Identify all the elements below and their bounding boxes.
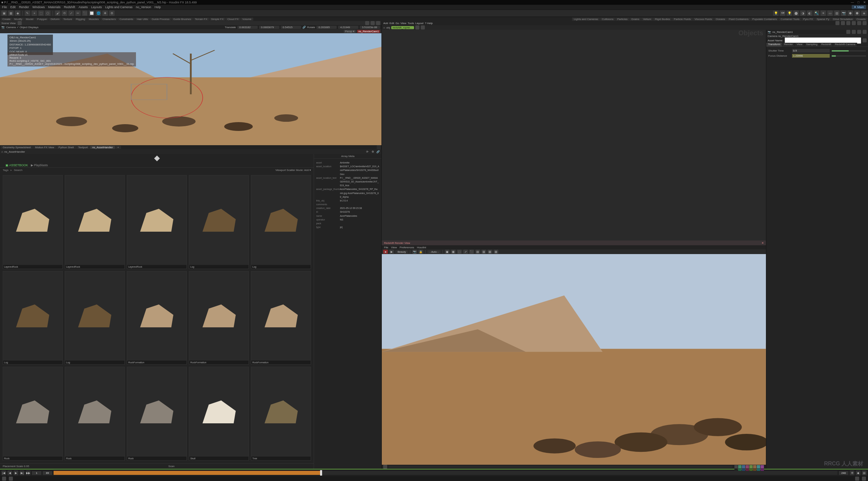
render-tool-icon[interactable]: ▨ xyxy=(494,250,498,254)
render-view-tab[interactable]: Redshift Render View ✕ xyxy=(382,240,766,245)
path-home-icon[interactable]: ⌂ xyxy=(1,150,3,153)
render-history-icon[interactable] xyxy=(383,465,387,469)
render-menu-view[interactable]: View xyxy=(391,246,397,249)
shelf-tab[interactable]: Characters xyxy=(101,18,117,21)
pin-icon[interactable] xyxy=(846,30,850,34)
shelf-tool[interactable]: ✎ xyxy=(25,11,30,16)
shelf-tool[interactable]: ▨ xyxy=(834,11,840,16)
asset-thumb-layeredrock[interactable]: LayeredRock xyxy=(3,175,63,269)
shelf-tab[interactable]: Rigging xyxy=(74,18,87,21)
shelf-tab[interactable]: Pyro FX xyxy=(802,18,815,21)
net-icon[interactable] xyxy=(421,25,425,30)
asset-thumb-log[interactable]: Log xyxy=(65,271,125,365)
auto-select[interactable]: - Auto - xyxy=(428,250,440,253)
shelf-tab[interactable]: Deform xyxy=(49,18,61,21)
param-slider[interactable] xyxy=(832,50,866,52)
asset-thumb-rockformation[interactable]: RockFormation xyxy=(127,271,187,365)
scene-viewport[interactable]: OBJ ns_RenderCam1 30mm (36x20.25) DISTAN… xyxy=(0,33,381,145)
shelf-tab[interactable]: Cloud FX xyxy=(226,18,240,21)
shelf-tool[interactable]: ⟲ xyxy=(62,11,67,16)
shelf-tab[interactable]: Particle Fluids xyxy=(672,18,692,21)
update-mode-icon[interactable] xyxy=(2,477,6,481)
shelf-tool[interactable]: 🌐 xyxy=(96,11,101,16)
shelf-tool[interactable]: ⬚ xyxy=(38,11,44,16)
shelf-tab[interactable]: Modify xyxy=(13,18,24,21)
shelf-tool[interactable]: ◐ xyxy=(807,11,812,16)
param-tab-view[interactable]: View xyxy=(795,43,804,46)
link-icon[interactable]: 🔗 xyxy=(302,26,306,29)
param-tab-rscam[interactable]: Redshift Camera xyxy=(833,43,857,46)
net-icon[interactable] xyxy=(846,21,850,25)
asset-thumb-rock[interactable]: Rock xyxy=(65,367,125,461)
shelf-tab[interactable]: Guide Process xyxy=(150,18,171,21)
param-tab-redshift[interactable]: Redshift xyxy=(820,43,833,46)
shelf-tab[interactable]: Create xyxy=(1,18,12,21)
path-text[interactable]: ns_AssetHandler xyxy=(4,150,25,153)
rotate-z[interactable]: 3.51823e-08 xyxy=(360,26,380,29)
gear-icon[interactable] xyxy=(857,30,861,34)
tab-textport[interactable]: Textport xyxy=(76,146,90,149)
shelf-tab[interactable]: Collisions xyxy=(600,18,615,21)
shelf-tool[interactable]: ⚙ xyxy=(109,11,115,16)
shelf-tab[interactable]: Particles xyxy=(615,18,629,21)
shelf-tool[interactable]: ⌖ xyxy=(32,11,37,16)
color-swatch[interactable] xyxy=(746,465,749,468)
asset-thumb-rockformation[interactable]: RockFormation xyxy=(189,271,249,365)
param-node-icon[interactable]: 📷 xyxy=(768,31,771,34)
net-icon[interactable] xyxy=(863,21,867,25)
translate-z[interactable]: 0.54515 xyxy=(281,26,301,29)
shelf-tab[interactable]: Simple FX xyxy=(210,18,225,21)
shelf-tool[interactable]: ❖ xyxy=(102,11,108,16)
net-icon[interactable] xyxy=(841,21,845,25)
shelf-tab[interactable]: Fluid Containers xyxy=(727,18,750,21)
shelf-tab[interactable]: Terrain FX xyxy=(193,18,209,21)
snapshot-icon[interactable]: 📷 xyxy=(412,250,417,254)
pane-max-icon[interactable] xyxy=(377,145,381,149)
color-swatch[interactable] xyxy=(753,465,756,468)
shelf-tab[interactable]: Polygon xyxy=(35,18,48,21)
shelf-tool[interactable]: 📷 xyxy=(841,11,846,16)
shelf-tool[interactable]: ⬤ xyxy=(793,11,799,16)
frame-end[interactable]: 240 xyxy=(839,471,848,475)
color-chip-icon[interactable] xyxy=(863,38,867,42)
render-tool-icon[interactable]: ▣ xyxy=(445,250,450,254)
asset-thumb-log[interactable]: Log xyxy=(3,271,63,365)
param-input-shutter[interactable] xyxy=(792,49,830,53)
menu-assets[interactable]: Assets xyxy=(79,5,88,9)
tab-add[interactable]: + xyxy=(115,146,121,149)
asset-thumb-layeredrock[interactable]: LayeredRock xyxy=(127,175,187,269)
timeline-play-button[interactable]: ▶ xyxy=(14,470,18,475)
net-menu-go[interactable]: Go xyxy=(395,22,399,25)
timeline-last-button[interactable]: ▶▶ xyxy=(26,470,31,475)
shelf-tab[interactable]: Grains xyxy=(630,18,641,21)
shelf-tab[interactable]: Rigid Bodies xyxy=(653,18,672,21)
shelf-tool[interactable]: 🗺 xyxy=(780,11,785,16)
render-tool-icon[interactable]: ▦ xyxy=(451,250,456,254)
asset-thumb-log[interactable]: Log xyxy=(251,175,311,269)
home-icon[interactable]: ⌂ xyxy=(383,26,385,29)
shelf-tool[interactable]: ◑ xyxy=(800,11,806,16)
shelf-tool[interactable]: ◆ xyxy=(15,11,20,16)
camera-icon[interactable]: 📷 xyxy=(1,26,5,29)
shelf-tool[interactable]: ☀ xyxy=(821,11,826,16)
aov-select[interactable]: Beauty xyxy=(395,250,408,253)
menu-noversion[interactable]: no_Version xyxy=(136,5,151,9)
color-swatch[interactable] xyxy=(734,465,738,468)
net-icon[interactable] xyxy=(415,25,419,30)
shelf-tab[interactable]: Viscous Fluids xyxy=(693,18,714,21)
link-icon[interactable]: 🔗 xyxy=(376,150,380,154)
rotate-x[interactable]: 0.283085 xyxy=(316,26,337,29)
shelf-tool[interactable]: 💡 xyxy=(787,11,792,16)
menu-materials[interactable]: Materials xyxy=(48,5,61,9)
shelf-tab[interactable]: Drive Simulation xyxy=(831,18,854,21)
shelf-tab[interactable]: Populate Containers xyxy=(751,18,779,21)
shelf-tab[interactable]: Sparse Py xyxy=(815,18,831,21)
asset-tab-assetbook[interactable]: ▣ ASSETBOOK xyxy=(5,163,28,167)
net-menu-view[interactable]: View xyxy=(400,22,406,25)
shelf-tool[interactable]: ✂ xyxy=(75,11,81,16)
color-swatch[interactable] xyxy=(749,465,753,468)
asset-thumb-log[interactable]: Log xyxy=(189,175,249,269)
pane-max-icon[interactable] xyxy=(371,21,375,25)
rotate-y[interactable]: 4.21949 xyxy=(338,26,358,29)
close-button[interactable]: ✕ xyxy=(863,1,867,4)
